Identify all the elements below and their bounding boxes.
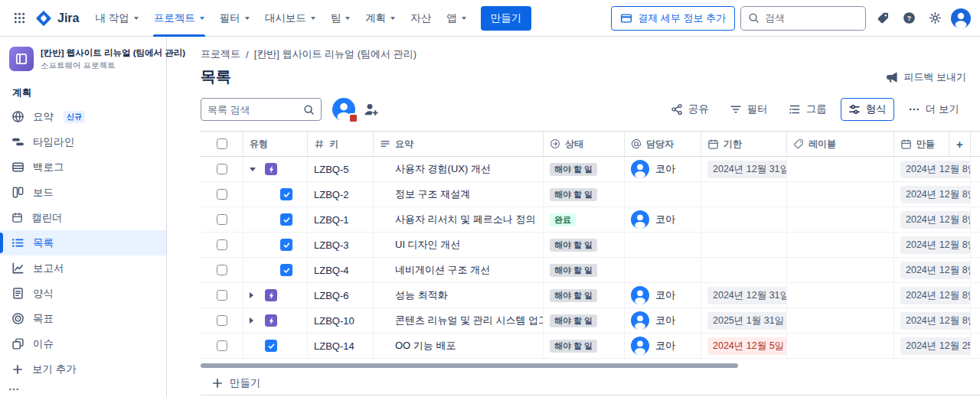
status-badge[interactable]: 해야 할 일 [550, 188, 597, 201]
column-header[interactable]: 유형 [243, 132, 308, 156]
sidebar-item[interactable]: 타임라인 [0, 129, 166, 155]
row-checkbox[interactable] [217, 290, 227, 301]
row-checkbox[interactable] [217, 214, 227, 225]
feedback-button[interactable]: 피드백 보내기 [886, 70, 966, 84]
row-checkbox[interactable] [217, 189, 227, 200]
due-date[interactable]: 2024년 12월 5일 [707, 337, 787, 355]
column-header[interactable]: 키 [308, 132, 374, 156]
breadcrumb-project[interactable]: [칸반] 웹사이트 리뉴얼 (팀에서 관리) [254, 47, 416, 61]
labels-cell[interactable] [787, 207, 894, 232]
issue-summary[interactable]: OO 기능 배포 [395, 339, 456, 353]
issue-key[interactable]: LZBQ-4 [314, 265, 349, 276]
row-checkbox[interactable] [217, 265, 227, 275]
chevron-right-icon[interactable] [250, 292, 265, 298]
topnav-item[interactable]: 대시보드 [258, 6, 322, 31]
column-header[interactable]: 기한 [701, 132, 787, 156]
scrollbar-thumb[interactable] [201, 363, 738, 368]
row-checkbox[interactable] [217, 164, 227, 174]
created-date[interactable]: 2024년 12월 8일 [900, 236, 971, 254]
tag-button[interactable] [871, 7, 894, 30]
column-header[interactable]: 레이블 [787, 132, 894, 156]
status-badge[interactable]: 해야 할 일 [550, 314, 597, 327]
view-control[interactable]: 형식 [841, 98, 894, 121]
horizontal-scrollbar[interactable] [201, 363, 980, 369]
issue-key[interactable]: LZBQ-5 [314, 164, 349, 175]
sidebar-item[interactable]: 백로그 [0, 155, 166, 180]
create-item-button[interactable]: 만들기 [201, 372, 980, 395]
labels-cell[interactable] [787, 182, 894, 207]
chevron-right-icon[interactable] [250, 317, 265, 324]
labels-cell[interactable] [787, 233, 894, 257]
topnav-item[interactable]: 계획 [358, 6, 402, 31]
table-row[interactable]: LZBQ-2정보 구조 재설계해야 할 일2024년 12월 8일 [201, 182, 980, 207]
status-badge[interactable]: 해야 할 일 [550, 340, 597, 353]
issue-summary[interactable]: 네비게이션 구조 개선 [395, 263, 490, 277]
add-people-button[interactable] [360, 98, 383, 121]
table-row[interactable]: LZBQ-6성능 최적화해야 할 일코아2024년 12월 31일2024년 1… [201, 283, 980, 308]
sidebar-item[interactable]: 이슈 [0, 331, 166, 356]
due-date[interactable]: 2024년 12월 31일 [707, 287, 787, 304]
labels-cell[interactable] [787, 258, 894, 282]
topnav-item[interactable]: 프로젝트 [147, 6, 211, 31]
more-icon[interactable] [8, 383, 20, 395]
column-header[interactable]: 만들 [894, 132, 949, 156]
global-search[interactable] [740, 6, 866, 31]
issue-key[interactable]: LZBQ-1 [314, 214, 349, 226]
status-badge[interactable]: 해야 할 일 [550, 239, 597, 252]
status-badge[interactable]: 해야 할 일 [550, 163, 597, 176]
column-header[interactable]: + [949, 132, 971, 156]
created-date[interactable]: 2024년 12월 25일 [900, 337, 971, 355]
issue-summary[interactable]: 사용자 경험(UX) 개선 [395, 162, 491, 176]
status-badge[interactable]: 완료 [550, 213, 576, 226]
help-button[interactable]: ? [897, 7, 920, 30]
view-control[interactable]: 공유 [664, 98, 716, 121]
issue-summary[interactable]: 콘텐츠 리뉴얼 및 관리 시스템 업그레이드 [395, 314, 544, 327]
settings-button[interactable] [923, 7, 946, 30]
status-badge[interactable]: 해야 할 일 [550, 264, 597, 277]
column-header[interactable]: 담당자 [625, 132, 701, 156]
project-header[interactable]: [칸반] 웹사이트 리뉴얼 (팀에서 관리) 소프트웨어 프로젝트 [0, 47, 166, 80]
view-control[interactable]: 필터 [723, 98, 775, 121]
sidebar-item[interactable]: 보드 [0, 180, 166, 205]
created-date[interactable]: 2024년 12월 8일 [900, 287, 971, 304]
issue-key[interactable]: LZBQ-3 [314, 239, 349, 251]
labels-cell[interactable] [787, 334, 894, 358]
sidebar-item[interactable]: 목록 [0, 230, 166, 255]
issue-summary[interactable]: 성능 최적화 [395, 288, 448, 302]
created-date[interactable]: 2024년 12월 8일 [900, 211, 971, 229]
select-all-checkbox[interactable] [217, 138, 227, 149]
labels-cell[interactable] [787, 283, 894, 308]
global-search-input[interactable] [765, 12, 858, 24]
table-row[interactable]: LZBQ-1사용자 리서치 및 페르소나 정의완료코아2024년 12월 8일 [201, 207, 980, 233]
sidebar-item[interactable]: 보고서 [0, 255, 166, 281]
chevron-down-icon[interactable] [250, 168, 265, 171]
issue-key[interactable]: LZBQ-6 [314, 290, 349, 301]
table-row[interactable]: LZBQ-5사용자 경험(UX) 개선해야 할 일코아2024년 12월 31일… [201, 157, 980, 182]
created-date[interactable]: 2024년 12월 8일 [900, 161, 971, 178]
due-date[interactable]: 2025년 1월 31일 [707, 312, 787, 330]
issue-key[interactable]: LZBQ-10 [314, 315, 354, 327]
list-search[interactable] [201, 98, 322, 121]
list-search-input[interactable] [207, 104, 299, 116]
issue-summary[interactable]: 정보 구조 재설계 [395, 187, 470, 201]
app-switcher-button[interactable] [8, 7, 31, 30]
row-checkbox[interactable] [217, 239, 227, 250]
created-date[interactable]: 2024년 12월 8일 [900, 262, 971, 279]
table-row[interactable]: LZBQ-10콘텐츠 리뉴얼 및 관리 시스템 업그레이드해야 할 일코아202… [201, 308, 980, 334]
created-date[interactable]: 2024년 12월 8일 [900, 186, 971, 203]
sidebar-item[interactable]: 보기 추가 [0, 356, 166, 382]
topnav-item[interactable]: 필터 [213, 6, 256, 31]
topnav-item[interactable]: 자산 [403, 6, 438, 31]
labels-cell[interactable] [787, 308, 894, 333]
view-control[interactable]: 더 보기 [901, 98, 966, 121]
row-checkbox[interactable] [217, 340, 227, 351]
issue-key[interactable]: LZBQ-14 [314, 340, 354, 352]
profile-avatar[interactable] [949, 7, 972, 30]
column-header[interactable]: 요약 [374, 132, 544, 156]
labels-cell[interactable] [787, 157, 894, 181]
row-checkbox[interactable] [217, 315, 227, 326]
issue-key[interactable]: LZBQ-2 [314, 189, 349, 200]
sidebar-item[interactable]: 캘린더 [0, 205, 166, 230]
sidebar-item[interactable]: 요약신규 [0, 104, 166, 129]
sidebar-item[interactable]: 목표 [0, 306, 166, 331]
